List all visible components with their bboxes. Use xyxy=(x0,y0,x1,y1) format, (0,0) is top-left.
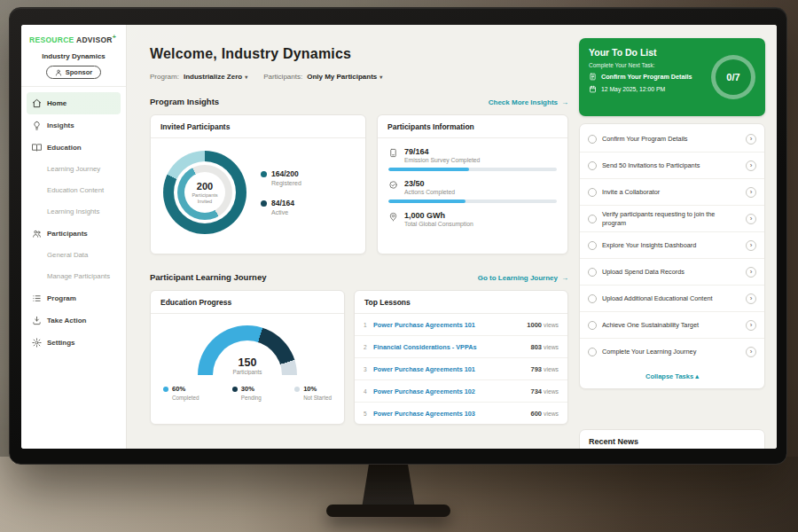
lesson-row: 2 Financial Considerations - VPPAs 803vi… xyxy=(355,336,567,358)
chevron-down-icon: ▾ xyxy=(379,74,382,80)
sidebar-item-learning-insights[interactable]: Learning Insights xyxy=(27,201,121,223)
task-row-complete-learning-journey[interactable]: Complete Your Learning Journey › xyxy=(580,339,764,365)
views-word: views xyxy=(544,344,559,350)
brand-secondary: ADVISOR xyxy=(76,35,113,44)
chevron-right-icon[interactable]: › xyxy=(746,214,756,224)
task-checkbox[interactable] xyxy=(588,241,597,250)
document-icon xyxy=(589,73,597,81)
task-row-send-invitations[interactable]: Send 50 Invitations to Participants › xyxy=(580,153,764,179)
sidebar-item-settings[interactable]: Settings xyxy=(27,332,121,354)
sidebar-item-label: Manage Participants xyxy=(47,272,110,280)
task-label: Upload Spend Data Records xyxy=(602,263,740,280)
book-icon xyxy=(32,143,42,153)
sidebar-item-participants[interactable]: Participants xyxy=(27,223,121,245)
consumption-row: 1,000 GWh Total Global Consumption xyxy=(388,211,557,227)
sidebar-item-learning-journey[interactable]: Learning Journey xyxy=(27,159,121,180)
sidebar-item-label: Take Action xyxy=(47,317,86,325)
participants-information-card: Participants Information 79/164 Emission… xyxy=(377,114,568,254)
home-icon xyxy=(32,98,42,108)
gear-icon xyxy=(32,338,42,348)
task-checkbox[interactable] xyxy=(588,268,597,277)
lesson-rank: 2 xyxy=(364,344,373,350)
task-row-explore-insights[interactable]: Explore Your Insights Dashboard › xyxy=(580,232,764,259)
target-icon xyxy=(388,180,398,190)
list-icon xyxy=(32,293,42,303)
views-count: 803 xyxy=(530,343,542,351)
lesson-link[interactable]: Power Purchase Agreements 102 xyxy=(373,387,530,395)
chevron-right-icon[interactable]: › xyxy=(746,293,756,304)
task-label: Upload Additional Educational Content xyxy=(602,290,740,307)
task-checkbox[interactable] xyxy=(588,215,597,223)
info-value: 1,000 GWh xyxy=(404,211,473,220)
participants-filter-label: Participants: xyxy=(263,73,302,81)
sidebar-item-label: Learning Journey xyxy=(47,165,100,173)
views-count: 793 xyxy=(530,365,542,373)
lesson-link[interactable]: Power Purchase Agreements 101 xyxy=(373,321,527,329)
task-row-achieve-target[interactable]: Achieve One Sustainability Target › xyxy=(580,312,764,339)
sidebar-item-insights[interactable]: Insights xyxy=(27,114,121,137)
gauge-center-value: 150 xyxy=(198,356,297,369)
sidebar-item-label: Learning Insights xyxy=(47,207,99,215)
todo-next-task-label: Confirm Your Program Details xyxy=(601,73,692,81)
link-label: Check More Insights xyxy=(489,98,558,106)
sidebar-item-general-data[interactable]: General Data xyxy=(27,245,121,266)
task-row-invite-collaborator[interactable]: Invite a Collaborator › xyxy=(580,179,764,206)
chevron-right-icon[interactable]: › xyxy=(746,320,756,331)
chevron-right-icon[interactable]: › xyxy=(746,134,756,145)
views-word: views xyxy=(544,366,559,372)
program-insights-title: Program Insights xyxy=(150,97,219,106)
task-checkbox[interactable] xyxy=(588,161,597,170)
views-count: 600 xyxy=(530,410,542,418)
task-checkbox[interactable] xyxy=(588,188,597,197)
task-label: Confirm Your Program Details xyxy=(602,130,740,147)
legend-label: Not Started xyxy=(303,395,332,401)
donut-center-caption: Participants Invited xyxy=(188,192,222,204)
arrow-right-icon: → xyxy=(561,274,568,282)
legend-value: 60% xyxy=(172,385,185,393)
legend-not-started: 10% Not Started xyxy=(294,385,332,401)
task-row-upload-spend-data[interactable]: Upload Spend Data Records › xyxy=(580,259,764,286)
donut-center-value: 200 xyxy=(197,181,213,192)
task-row-confirm-program[interactable]: Confirm Your Program Details › xyxy=(580,126,764,153)
chevron-right-icon[interactable]: › xyxy=(746,347,756,357)
chevron-right-icon[interactable]: › xyxy=(746,240,756,251)
chevron-right-icon[interactable]: › xyxy=(746,160,756,171)
actions-completed-row: 23/50 Actions Completed xyxy=(388,179,557,203)
lesson-link[interactable]: Power Purchase Agreements 101 xyxy=(373,365,530,373)
sidebar-item-manage-participants[interactable]: Manage Participants xyxy=(27,266,121,287)
collapse-tasks-button[interactable]: Collapse Tasks ▴ xyxy=(580,365,764,387)
sidebar-item-education[interactable]: Education xyxy=(27,137,121,159)
lesson-link[interactable]: Power Purchase Agreements 103 xyxy=(373,410,530,418)
task-checkbox[interactable] xyxy=(588,135,597,144)
legend-dot xyxy=(163,387,168,392)
sponsor-badge[interactable]: Sponsor xyxy=(46,66,101,79)
task-row-upload-educational-content[interactable]: Upload Additional Educational Content › xyxy=(580,286,764,312)
learning-journey-title: Participant Learning Journey xyxy=(150,272,266,282)
emission-survey-row: 79/164 Emission Survey Completed xyxy=(388,147,557,171)
sidebar-item-take-action[interactable]: Take Action xyxy=(27,309,121,332)
check-more-insights-link[interactable]: Check More Insights → xyxy=(489,98,568,106)
task-checkbox[interactable] xyxy=(588,321,597,330)
gauge-center-caption: Participants xyxy=(198,369,297,375)
program-insights-header: Program Insights Check More Insights → xyxy=(150,97,568,106)
brand-logo: RESOURCE ADVISOR+ xyxy=(21,34,126,44)
lesson-link[interactable]: Financial Considerations - VPPAs xyxy=(373,343,530,351)
chevron-right-icon[interactable]: › xyxy=(746,267,756,278)
task-checkbox[interactable] xyxy=(588,294,597,303)
legend-label: Pending xyxy=(241,395,262,401)
filter-bar: Program: Industrialize Zero ▾ Participan… xyxy=(150,73,568,81)
sidebar-item-education-content[interactable]: Education Content xyxy=(27,180,121,201)
sidebar-item-program[interactable]: Program xyxy=(27,287,121,309)
participants-filter-dropdown[interactable]: Only My Participants ▾ xyxy=(307,73,382,81)
todo-due-date: 12 May 2025, 12:00 PM xyxy=(589,85,709,93)
program-filter-dropdown[interactable]: Industrialize Zero ▾ xyxy=(184,73,247,81)
todo-next-task[interactable]: Confirm Your Program Details xyxy=(589,73,709,81)
task-row-verify-participants[interactable]: Verify participants requesting to join t… xyxy=(580,206,764,232)
go-to-learning-journey-link[interactable]: Go to Learning Journey → xyxy=(478,274,568,282)
top-lessons-card: Top Lessons 1 Power Purchase Agreements … xyxy=(354,290,568,425)
education-card-title: Education Progress xyxy=(151,291,344,314)
chevron-right-icon[interactable]: › xyxy=(746,187,756,198)
sidebar-item-home[interactable]: Home xyxy=(27,92,121,114)
task-checkbox[interactable] xyxy=(588,348,597,356)
task-label: Explore Your Insights Dashboard xyxy=(602,237,740,254)
